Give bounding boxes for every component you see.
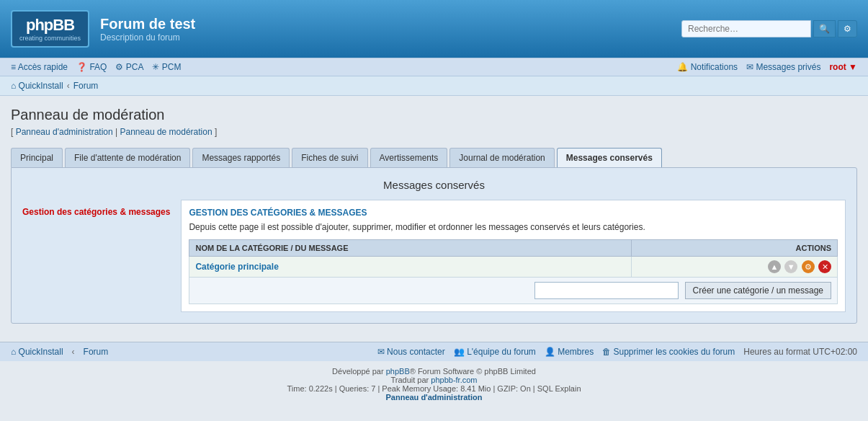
breadcrumb-sep1: ‹	[67, 81, 70, 91]
page-title: Panneau de modération	[11, 107, 857, 123]
tab-avertissements[interactable]: Avertissements	[370, 148, 448, 167]
breadcrumb-quickinstall[interactable]: ⌂ ⌂ QuickInstallQuickInstall	[11, 81, 63, 91]
forum-desc: Description du forum	[100, 32, 195, 43]
create-row: Créer une catégorie / un message	[189, 278, 838, 304]
tab-fiches-suivi[interactable]: Fiches de suivi	[292, 148, 367, 167]
forum-title-box: Forum de test Description du forum	[100, 16, 195, 43]
footer-timezone: Heures au format UTC+02:00	[743, 347, 857, 357]
tab-messages-rapportes[interactable]: Messages rapportés	[192, 148, 290, 167]
bottom-line2: Traduit par phpbb-fr.com	[6, 376, 862, 384]
breadcrumb: ⌂ ⌂ QuickInstallQuickInstall ‹ Forum	[0, 76, 868, 96]
footer-cookies[interactable]: 🗑 Supprimer les cookies du forum	[602, 347, 735, 357]
footer-left: ⌂ QuickInstall ‹ Forum	[11, 347, 108, 357]
bottom-line3: Time: 0.222s | Queries: 7 | Peak Memory …	[6, 384, 862, 393]
main-panel: Messages conservés Gestion des catégorie…	[11, 167, 857, 324]
logo-box: phpBB creating communities	[11, 10, 89, 48]
navbar-user[interactable]: root ▼	[829, 62, 857, 72]
new-category-input[interactable]	[534, 282, 679, 299]
forum-title: Forum de test	[100, 16, 195, 32]
action-up-btn[interactable]: ▲	[768, 260, 781, 273]
cat-name: Catégorie principale	[195, 262, 278, 272]
footer-membres[interactable]: 👤 Membres	[545, 347, 594, 357]
page-links: [ Panneau d'administration | Panneau de …	[11, 127, 857, 137]
search-input[interactable]	[681, 20, 811, 37]
action-delete-btn[interactable]: ✕	[818, 260, 831, 273]
table-row: Catégorie principale ▲ ▼ ⚙ ✕	[189, 257, 838, 278]
mod-link[interactable]: Panneau de modération	[120, 127, 212, 137]
navbar-right: 🔔 🔔 NotificationsNotifications ✉ Message…	[677, 62, 857, 72]
section: GESTION DES CATÉGORIES & MESSAGES Depuis…	[181, 200, 846, 312]
footer-right: ✉ Nous contacter 👥 L'équipe du forum 👤 M…	[377, 347, 857, 357]
action-down-btn[interactable]: ▼	[784, 260, 797, 273]
footer-quickinstall[interactable]: ⌂ QuickInstall	[11, 347, 63, 357]
phpbb-link[interactable]: phpBB	[386, 367, 410, 376]
content: Panneau de modération [ Panneau d'admini…	[0, 96, 868, 334]
tab-journal[interactable]: Journal de modération	[449, 148, 554, 167]
tabs: Principal File d'attente de modération M…	[11, 148, 857, 167]
bottom-line1: Développé par phpBB® Forum Software © ph…	[6, 367, 862, 376]
navbar-messages-prives[interactable]: ✉ Messages privés	[746, 62, 820, 72]
header: phpBB creating communities Forum de test…	[0, 0, 868, 58]
footer-team[interactable]: 👥 L'équipe du forum	[454, 347, 536, 357]
phpbb-fr-link[interactable]: phpbb-fr.com	[431, 376, 477, 384]
right-col: GESTION DES CATÉGORIES & MESSAGES Depuis…	[181, 200, 846, 312]
action-edit-btn[interactable]: ⚙	[802, 260, 815, 273]
admin-panel-link[interactable]: Panneau d'administration	[385, 393, 482, 402]
left-col: Gestion des catégories & messages	[22, 200, 170, 312]
category-table: NOM DE LA CATÉGORIE / DU MESSAGE ACTIONS…	[189, 239, 838, 304]
col-name: NOM DE LA CATÉGORIE / DU MESSAGE	[189, 240, 631, 257]
navbar-faq[interactable]: ❓ FAQ	[76, 62, 107, 72]
cat-name-cell: Catégorie principale	[189, 257, 631, 278]
create-button[interactable]: Créer une catégorie / un message	[685, 282, 831, 299]
tab-file-attente[interactable]: File d'attente de modération	[65, 148, 190, 167]
header-left: phpBB creating communities Forum de test…	[11, 10, 195, 48]
create-cell: Créer une catégorie / un message	[189, 278, 838, 304]
two-col: Gestion des catégories & messages GESTIO…	[22, 200, 846, 312]
bottom-line4: Panneau d'administration	[6, 393, 862, 402]
navbar-acces-rapide[interactable]: ≡ Accès rapide	[11, 62, 68, 72]
logo-text: phpBB	[26, 16, 74, 35]
col-actions: ACTIONS	[631, 240, 837, 257]
search-advanced-button[interactable]: ⚙	[838, 20, 857, 37]
logo-sub: creating communities	[19, 35, 81, 42]
section-title: GESTION DES CATÉGORIES & MESSAGES	[189, 208, 838, 218]
search-box: 🔍 ⚙	[681, 20, 857, 37]
footer-forum[interactable]: Forum	[84, 347, 109, 357]
navbar: ≡ Accès rapide ❓ FAQ ⚙ PCA ✳ PCM 🔔 🔔 Not…	[0, 58, 868, 76]
admin-link[interactable]: Panneau d'administration	[16, 127, 113, 137]
section-desc: Depuis cette page il est possible d'ajou…	[189, 222, 838, 232]
tab-principal[interactable]: Principal	[11, 148, 63, 167]
panel-title: Messages conservés	[22, 179, 846, 191]
navbar-pcm[interactable]: ✳ PCM	[152, 62, 181, 72]
header-right: 🔍 ⚙	[681, 20, 857, 37]
breadcrumb-forum[interactable]: Forum	[73, 81, 99, 91]
footer: ⌂ QuickInstall ‹ Forum ✉ Nous contacter …	[0, 342, 868, 361]
bottom-info: Développé par phpBB® Forum Software © ph…	[0, 361, 868, 407]
tab-messages-conserves[interactable]: Messages conservés	[557, 148, 662, 167]
navbar-left: ≡ Accès rapide ❓ FAQ ⚙ PCA ✳ PCM	[11, 62, 181, 72]
navbar-notifications[interactable]: 🔔 🔔 NotificationsNotifications	[677, 62, 738, 72]
search-button[interactable]: 🔍	[813, 20, 836, 37]
sidebar-gestion-label: Gestion des catégories & messages	[22, 203, 170, 221]
navbar-pca[interactable]: ⚙ PCA	[115, 62, 143, 72]
footer-contact[interactable]: ✉ Nous contacter	[377, 347, 445, 357]
actions-cell: ▲ ▼ ⚙ ✕	[631, 257, 837, 278]
